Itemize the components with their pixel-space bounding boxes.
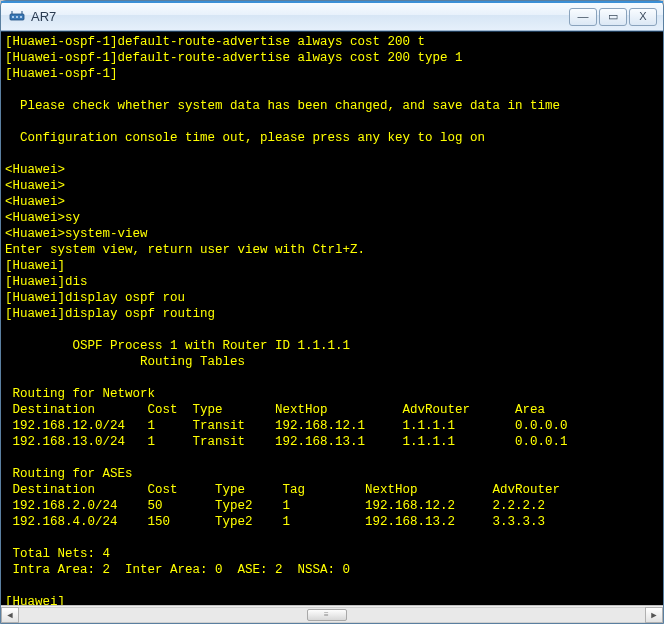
scrollbar-thumb[interactable]: ≡: [307, 609, 347, 621]
svg-point-2: [16, 16, 18, 18]
chevron-right-icon: ►: [650, 610, 659, 620]
minimize-button[interactable]: —: [569, 8, 597, 26]
scroll-right-button[interactable]: ►: [645, 607, 663, 623]
terminal[interactable]: [Huawei-ospf-1]default-route-advertise a…: [1, 31, 663, 605]
app-window: AR7 — ▭ X [Huawei-ospf-1]default-route-a…: [0, 0, 664, 624]
minimize-icon: —: [578, 11, 589, 22]
maximize-button[interactable]: ▭: [599, 8, 627, 26]
close-button[interactable]: X: [629, 8, 657, 26]
scrollbar-track[interactable]: ≡: [19, 607, 645, 623]
close-icon: X: [639, 11, 646, 22]
maximize-icon: ▭: [608, 11, 618, 22]
chevron-left-icon: ◄: [6, 610, 15, 620]
svg-point-1: [12, 16, 14, 18]
window-title: AR7: [31, 9, 569, 24]
titlebar[interactable]: AR7 — ▭ X: [1, 3, 663, 31]
grip-icon: ≡: [324, 610, 330, 619]
horizontal-scrollbar[interactable]: ◄ ≡ ►: [1, 605, 663, 623]
router-icon: [9, 9, 25, 25]
svg-point-3: [20, 16, 22, 18]
scroll-left-button[interactable]: ◄: [1, 607, 19, 623]
window-controls: — ▭ X: [569, 8, 657, 26]
